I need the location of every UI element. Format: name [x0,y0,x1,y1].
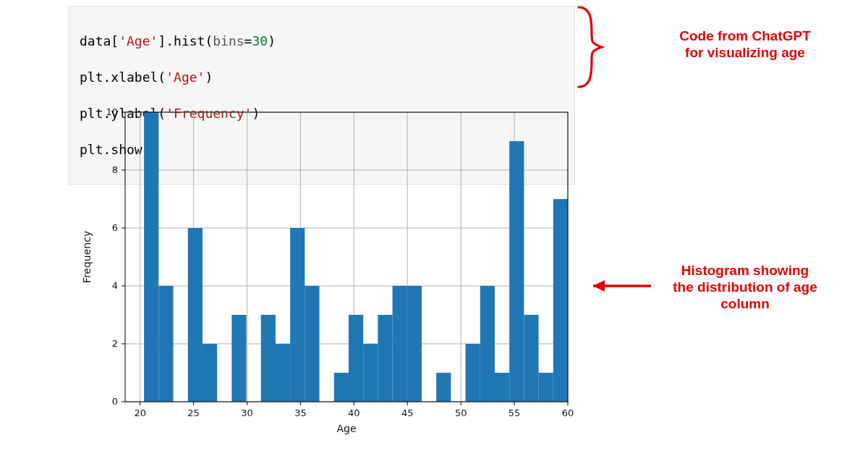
histogram-bar [158,286,173,402]
histogram-bar [407,286,422,402]
brace-icon [579,7,602,87]
xtick-label: 20 [134,408,146,418]
code-token: ].hist( [158,33,213,48]
code-token: ) [268,33,276,48]
arrow-head-icon [593,280,605,292]
histogram-bar [524,315,538,402]
histogram-bar [188,228,203,402]
histogram-bar [290,228,305,402]
ytick-label: 6 [112,222,118,233]
histogram-svg: 2025303540455055600246810AgeFrequency [69,101,575,442]
code-line-1: data['Age'].hist(bins=30) [80,32,564,50]
histogram-bar [539,373,553,402]
histogram-figure: 2025303540455055600246810AgeFrequency [69,101,575,442]
annotation-code-label: Code from ChatGPT for visualizing age [651,28,839,61]
histogram-bar [363,344,378,402]
code-token: ) [205,69,213,85]
xtick-label: 35 [294,408,307,418]
code-token-number: 30 [252,33,268,48]
histogram-bar [495,373,509,402]
histogram-bar [305,286,319,402]
histogram-bar [509,141,524,402]
histogram-bar [480,286,495,402]
histogram-bar [261,315,276,402]
xtick-label: 50 [455,408,467,418]
ytick-label: 0 [112,396,118,407]
histogram-bar [553,199,568,402]
histogram-bar [231,315,246,402]
code-token-string: 'Age' [119,33,158,48]
histogram-bar [276,344,290,402]
annotation-hist-label: Histogram showing the distribution of ag… [651,262,839,312]
histogram-bar [436,373,451,402]
ytick-label: 10 [106,106,118,117]
code-token-kwarg: bins [213,33,244,48]
histogram-bar [393,286,407,402]
code-token: = [244,33,252,48]
histogram-bar [378,315,392,402]
histogram-bar [466,344,480,402]
xtick-label: 60 [562,408,574,418]
code-token: data[ [80,33,119,48]
xtick-label: 40 [348,408,360,418]
xtick-label: 55 [509,408,521,418]
x-axis-label: Age [336,423,356,434]
xtick-label: 45 [401,408,414,418]
ytick-label: 4 [112,280,118,291]
ytick-label: 2 [112,338,118,349]
histogram-bar [203,344,217,402]
histogram-bar [349,315,363,402]
code-token: plt.xlabel( [80,69,166,85]
ytick-label: 8 [112,164,118,175]
xtick-label: 30 [241,408,253,418]
histogram-bar [334,373,349,402]
code-line-2: plt.xlabel('Age') [80,68,564,86]
y-axis-label: Frequency [81,231,93,283]
xtick-label: 25 [187,408,200,418]
histogram-bar [144,112,158,402]
code-token-string: 'Age' [166,69,205,85]
